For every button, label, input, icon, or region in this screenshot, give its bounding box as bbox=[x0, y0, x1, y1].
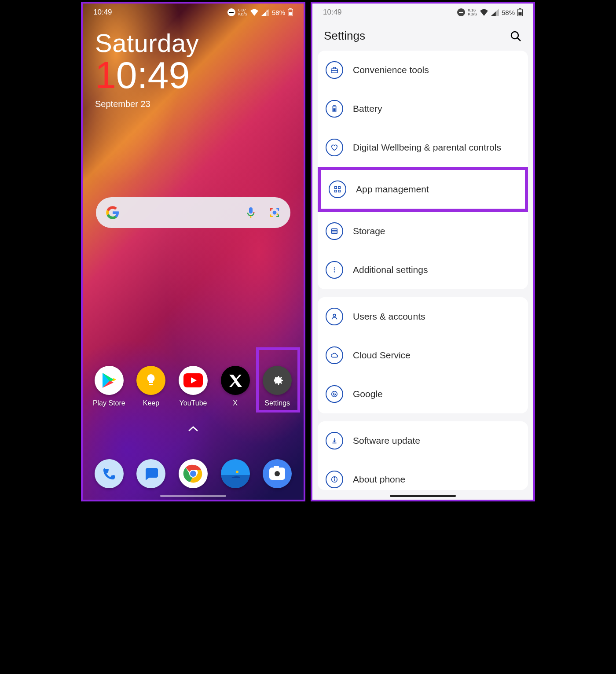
svg-rect-28 bbox=[332, 229, 337, 234]
svg-point-14 bbox=[236, 471, 238, 473]
phone-settings-screen: 10:49 0.16 KB/S 58% Settings bbox=[311, 2, 535, 501]
svg-rect-22 bbox=[334, 105, 335, 106]
dnd-icon bbox=[457, 8, 465, 16]
wifi-icon bbox=[250, 9, 259, 16]
phone-icon bbox=[102, 466, 117, 481]
svg-rect-27 bbox=[338, 190, 341, 192]
svg-text:x: x bbox=[266, 9, 268, 13]
apps-grid-icon bbox=[329, 180, 346, 198]
more-vertical-icon bbox=[326, 261, 343, 279]
date: September 23 bbox=[95, 99, 291, 109]
dock bbox=[83, 459, 304, 488]
settings-label: Storage bbox=[353, 225, 520, 237]
clock-widget[interactable]: Saturday 10:49 September 23 bbox=[83, 19, 304, 118]
app-label: X bbox=[233, 399, 238, 407]
settings-item-digital-wellbeing[interactable]: Digital Wellbeing & parental controls bbox=[318, 128, 528, 167]
settings-label: Users & accounts bbox=[353, 310, 520, 322]
svg-rect-25 bbox=[338, 187, 341, 189]
status-time: 10:49 bbox=[93, 8, 112, 17]
heart-icon bbox=[326, 139, 343, 156]
settings-item-google[interactable]: Google bbox=[318, 375, 528, 413]
settings-label: Convenience tools bbox=[353, 64, 520, 76]
app-chrome[interactable] bbox=[173, 459, 213, 488]
svg-rect-9 bbox=[149, 384, 153, 385]
toolbox-icon bbox=[326, 61, 343, 79]
play-store-icon bbox=[102, 372, 117, 389]
signal-icon: x bbox=[261, 9, 269, 16]
highlight-settings-app bbox=[256, 347, 300, 413]
nav-handle[interactable] bbox=[390, 495, 456, 497]
app-phone[interactable] bbox=[89, 459, 129, 488]
settings-label: App management bbox=[356, 183, 517, 195]
x-icon bbox=[228, 373, 243, 388]
status-bar: 10:49 0.07 KB/S x 58% bbox=[83, 4, 304, 19]
svg-rect-24 bbox=[335, 187, 337, 189]
app-youtube[interactable]: YouTube bbox=[173, 366, 213, 407]
svg-point-7 bbox=[273, 211, 277, 215]
app-camera[interactable] bbox=[257, 459, 297, 488]
svg-line-19 bbox=[517, 38, 521, 41]
svg-point-18 bbox=[511, 32, 518, 39]
settings-item-convenience-tools[interactable]: Convenience tools bbox=[318, 51, 528, 89]
app-drawer-handle[interactable] bbox=[188, 423, 198, 435]
settings-item-app-management[interactable]: App management bbox=[318, 167, 528, 212]
settings-group-3: Software update About phone bbox=[318, 421, 528, 490]
settings-item-software-update[interactable]: Software update bbox=[318, 421, 528, 460]
app-label: YouTube bbox=[180, 399, 207, 407]
storage-icon bbox=[326, 222, 343, 240]
settings-item-about-phone[interactable]: About phone bbox=[318, 460, 528, 490]
camera-icon bbox=[275, 471, 280, 476]
svg-rect-3 bbox=[289, 12, 292, 15]
svg-rect-23 bbox=[334, 109, 335, 111]
svg-point-6 bbox=[253, 212, 255, 214]
settings-header: Settings bbox=[312, 19, 533, 51]
weekday: Saturday bbox=[95, 28, 291, 58]
battery-icon bbox=[288, 8, 293, 16]
lens-icon[interactable] bbox=[268, 206, 281, 219]
google-search-bar[interactable] bbox=[96, 197, 290, 228]
svg-point-31 bbox=[334, 267, 335, 269]
app-label: Keep bbox=[143, 399, 159, 407]
search-icon[interactable] bbox=[510, 30, 522, 42]
settings-group-2: Users & accounts Cloud Service Google bbox=[318, 297, 528, 413]
nav-handle[interactable] bbox=[160, 495, 226, 497]
svg-point-33 bbox=[334, 271, 335, 273]
data-speed: 0.07 KB/S bbox=[238, 8, 247, 16]
user-icon bbox=[326, 308, 343, 325]
google-g-icon bbox=[326, 385, 343, 403]
google-logo-icon bbox=[106, 206, 120, 220]
dnd-icon bbox=[227, 8, 235, 16]
page-title: Settings bbox=[324, 29, 365, 43]
settings-label: Digital Wellbeing & parental controls bbox=[353, 141, 520, 153]
app-messages[interactable] bbox=[131, 459, 171, 488]
settings-item-storage[interactable]: Storage bbox=[318, 212, 528, 250]
svg-point-34 bbox=[333, 314, 335, 317]
battery-icon bbox=[517, 8, 523, 16]
svg-rect-4 bbox=[249, 207, 253, 214]
settings-label: Software update bbox=[353, 435, 520, 446]
settings-label: About phone bbox=[353, 473, 520, 485]
app-x[interactable]: X bbox=[215, 366, 256, 407]
settings-item-additional[interactable]: Additional settings bbox=[318, 250, 528, 289]
app-play-store[interactable]: Play Store bbox=[89, 366, 129, 407]
app-keep[interactable]: Keep bbox=[131, 366, 171, 407]
svg-point-8 bbox=[276, 214, 278, 215]
settings-label: Cloud Service bbox=[353, 349, 520, 361]
settings-item-cloud-service[interactable]: Cloud Service bbox=[318, 336, 528, 375]
svg-rect-17 bbox=[518, 12, 521, 15]
info-icon bbox=[326, 471, 343, 488]
settings-label: Battery bbox=[353, 103, 520, 114]
data-speed: 0.16 KB/S bbox=[468, 8, 477, 16]
cloud-icon bbox=[326, 346, 343, 364]
chrome-icon bbox=[183, 464, 203, 484]
mic-icon[interactable] bbox=[246, 206, 256, 219]
app-files[interactable] bbox=[215, 459, 256, 488]
clock-time: 10:49 bbox=[95, 56, 291, 94]
battery-percent: 58% bbox=[502, 9, 515, 16]
svg-rect-20 bbox=[331, 69, 337, 73]
settings-item-battery[interactable]: Battery bbox=[318, 89, 528, 128]
app-label: Play Store bbox=[93, 399, 125, 407]
download-icon bbox=[326, 432, 343, 449]
signal-icon bbox=[491, 9, 499, 16]
settings-item-users-accounts[interactable]: Users & accounts bbox=[318, 297, 528, 336]
